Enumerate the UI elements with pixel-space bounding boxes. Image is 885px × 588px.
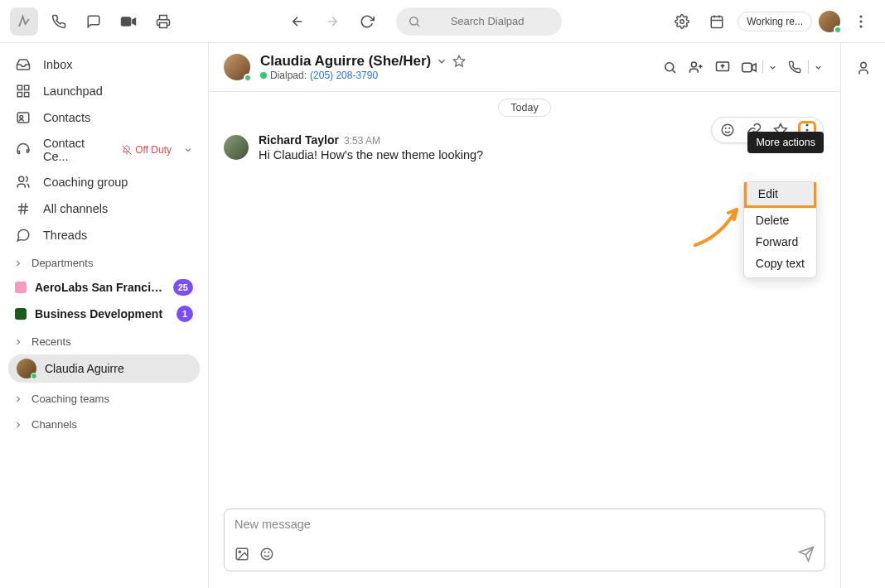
dept-label: Business Development [35,307,168,321]
nav-label: All channels [43,202,193,215]
svg-point-14 [19,176,24,181]
star-icon[interactable] [452,55,466,68]
recent-claudia[interactable]: Claudia Aguirre [8,354,200,383]
nav-all-channels[interactable]: All channels [5,195,203,222]
emoji-icon[interactable] [259,547,274,561]
off-duty-text: Off Duty [135,144,172,156]
message-text: Hi Claudia! How's the new theme looking? [259,147,825,163]
voice-call-icon[interactable] [783,55,806,79]
status-pill[interactable]: Working re... [738,12,812,31]
nav-contact-center[interactable]: Contact Ce... Off Duty [5,131,203,169]
off-duty-badge: Off Duty [122,144,172,156]
section-channels[interactable]: Channels [5,410,203,436]
composer[interactable]: New message [224,508,825,571]
send-icon[interactable] [798,546,815,562]
calendar-icon[interactable] [703,7,731,36]
overflow-icon[interactable] [847,7,875,36]
dept-color-swatch [15,282,27,293]
nav-back-icon[interactable] [283,7,312,36]
conversation-header: Claudia Aguirre (She/Her) Dialpad: (205)… [209,43,840,92]
user-avatar[interactable] [819,11,840,32]
svg-rect-10 [17,93,22,97]
contact-name: Claudia Aguirre (She/Her) [260,53,431,70]
react-icon[interactable] [718,121,737,139]
app-logo[interactable] [10,7,38,36]
menu-forward[interactable]: Forward [744,231,816,253]
chevron-down-icon[interactable] [436,55,447,67]
dept-aerolabs[interactable]: AeroLabs San Francisco CA 25 [5,274,203,301]
topbar: Working re... [0,0,885,43]
contact-phone[interactable]: (205) 208-3790 [310,70,378,81]
svg-point-6 [859,20,862,22]
video-call-icon[interactable] [738,55,761,79]
section-recents[interactable]: Recents [5,327,203,353]
message-icon[interactable] [80,7,108,36]
headset-icon [15,142,31,157]
nav-contacts[interactable]: Contacts [5,104,203,131]
svg-point-3 [680,19,684,23]
contact-avatar[interactable] [224,54,250,80]
refresh-icon[interactable] [353,7,381,36]
search-input[interactable] [429,15,545,27]
settings-icon[interactable] [668,7,696,36]
group-icon [15,175,31,190]
day-label: Today [498,99,550,117]
svg-point-21 [691,62,696,67]
nav-inbox[interactable]: Inbox [5,51,203,78]
svg-point-20 [665,62,673,70]
fax-icon[interactable] [149,7,177,36]
right-rail [840,43,885,588]
screen-share-icon[interactable] [711,55,734,79]
hash-icon [15,201,31,216]
menu-copy-text[interactable]: Copy text [744,253,816,274]
message-avatar[interactable] [224,135,249,160]
recent-label: Claudia Aguirre [45,362,124,375]
svg-rect-1 [160,22,167,27]
nav-forward-icon[interactable] [318,7,346,36]
unread-badge: 25 [173,279,193,296]
svg-point-34 [264,552,265,552]
nav-launchpad[interactable]: Launchpad [5,78,203,104]
svg-rect-23 [742,63,752,72]
svg-rect-4 [711,17,723,28]
menu-delete[interactable]: Delete [744,210,816,231]
annotation-arrow [691,200,749,249]
svg-rect-8 [17,85,22,89]
svg-marker-19 [454,55,465,66]
svg-point-32 [239,551,240,552]
svg-point-36 [860,62,866,68]
menu-edit[interactable]: Edit [744,182,816,208]
message-time: 3:53 AM [344,135,380,147]
message-row: Richard Taylor 3:53 AM Hi Claudia! How's… [209,130,840,166]
composer-input[interactable]: New message [235,518,815,537]
nav-threads[interactable]: Threads [5,222,203,248]
attach-image-icon[interactable] [235,547,249,561]
nav-label: Contact Ce... [43,137,110,163]
svg-point-5 [859,15,862,17]
header-search-icon[interactable] [658,55,681,79]
profile-icon[interactable] [855,60,872,76]
nav-label: Inbox [43,58,193,71]
avatar [17,359,36,378]
video-dropdown-icon[interactable] [765,55,780,79]
message-author[interactable]: Richard Taylor [259,133,339,147]
dept-bizdev[interactable]: Business Development 1 [5,301,203,327]
inbox-icon [15,57,31,72]
svg-rect-0 [121,17,132,27]
chevron-right-icon [13,420,23,430]
nav-label: Contacts [43,111,193,124]
svg-rect-11 [25,93,29,97]
svg-point-33 [261,548,273,560]
search-bar[interactable] [396,7,562,36]
call-icon[interactable] [45,7,73,36]
section-coaching-teams[interactable]: Coaching teams [5,384,203,410]
svg-point-35 [268,552,269,552]
add-person-icon[interactable] [684,55,708,79]
section-label: Recents [31,335,71,348]
svg-line-18 [25,203,27,214]
call-dropdown-icon[interactable] [810,55,825,79]
nav-coaching-group[interactable]: Coaching group [5,169,203,195]
section-departments[interactable]: Departments [5,248,203,274]
svg-point-26 [729,128,730,128]
video-icon[interactable] [114,7,143,36]
